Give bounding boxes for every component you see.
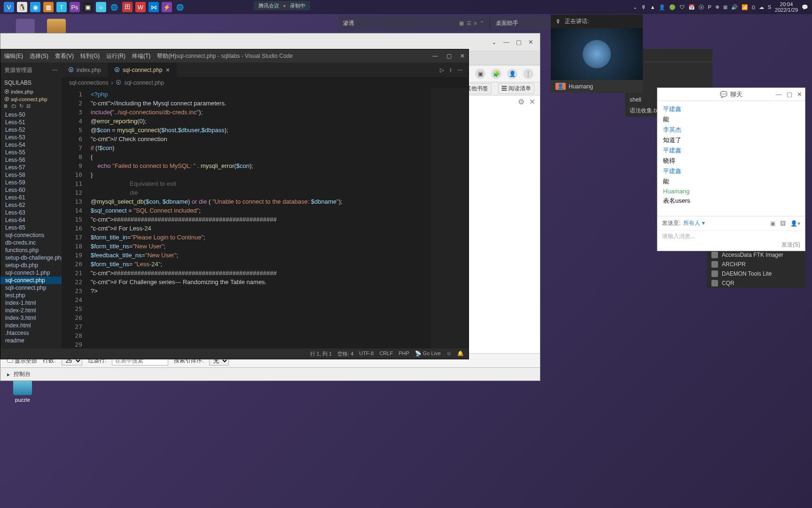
chat-titlebar[interactable]: 💬 聊天 —▢✕: [657, 88, 805, 101]
tray-icon[interactable]: 🎙: [641, 4, 646, 10]
tree-item[interactable]: Less-57: [0, 164, 62, 171]
menu-item[interactable]: 选择(S): [30, 52, 48, 60]
chat-compose-area[interactable]: 请输入消息... 发送(S): [657, 230, 805, 251]
tray-icon[interactable]: ⌄: [633, 4, 637, 10]
screenshot-icon[interactable]: ▣: [770, 220, 775, 227]
breadcrumb-item[interactable]: sql-connect.php: [124, 79, 164, 86]
tree-item[interactable]: Less-60: [0, 186, 62, 194]
more-icon[interactable]: 👤▾: [790, 220, 800, 227]
tray-icon[interactable]: ⊞: [723, 4, 727, 10]
collapse-icon[interactable]: ⊟: [26, 103, 31, 109]
run-icon[interactable]: ▷: [440, 67, 444, 73]
app-list-item[interactable]: ARCHPR: [707, 260, 805, 269]
tool-tab-left[interactable]: 渗透 ▦☰≡⌃: [337, 16, 490, 30]
kebab-menu-icon[interactable]: ⋮: [523, 69, 533, 79]
tree-item[interactable]: Less-64: [0, 216, 62, 224]
tray-icon[interactable]: ☁: [759, 4, 764, 10]
tree-item[interactable]: readme: [0, 337, 62, 344]
settings-gear-icon[interactable]: ⚙: [518, 97, 524, 106]
toolbar-icon[interactable]: ▣: [475, 69, 485, 79]
code-editor[interactable]: <?php"c-cmt">//including the Mysql conne…: [87, 88, 468, 349]
minimize-icon[interactable]: —: [432, 53, 438, 59]
tray-icon[interactable]: 📶: [742, 4, 748, 10]
cursor-position[interactable]: 行 1, 列 1: [310, 350, 332, 357]
tree-item[interactable]: index-2.html: [0, 307, 62, 314]
menu-item[interactable]: 转到(G): [80, 52, 100, 60]
menu-item[interactable]: 编辑(E): [4, 52, 23, 60]
encoding-status[interactable]: UTF-8: [359, 350, 374, 357]
extensions-icon[interactable]: 🧩: [491, 69, 501, 79]
tray-icon[interactable]: ❄: [715, 4, 719, 10]
tray-icon[interactable]: ▲: [650, 4, 655, 10]
tree-item[interactable]: sql-connections: [0, 231, 62, 239]
tree-item[interactable]: index-1.html: [0, 299, 62, 307]
split-editor-icon[interactable]: ⫲: [450, 67, 452, 73]
tree-item[interactable]: Less-53: [0, 134, 62, 141]
explorer-sidebar[interactable]: ⦿ index.php ⦿ sql-connect.php 🗎🗀↻⊟ Less-…: [0, 88, 62, 349]
tree-item[interactable]: Less-61: [0, 194, 62, 201]
tray-icon[interactable]: P: [708, 4, 711, 10]
mic-icon[interactable]: 🎙: [555, 18, 561, 25]
refresh-icon[interactable]: ↻: [19, 103, 23, 109]
chat-send-button[interactable]: 发送(S): [781, 241, 800, 249]
maximize-icon[interactable]: ▢: [787, 91, 792, 98]
new-file-icon[interactable]: 🗎: [3, 103, 8, 109]
menu-item[interactable]: 终端(T): [132, 52, 150, 60]
tray-icon[interactable]: 🛡: [679, 4, 685, 10]
taskbar-app-icon[interactable]: ▣: [83, 2, 93, 12]
tree-item[interactable]: setup-db.php: [0, 262, 62, 269]
tray-icon[interactable]: 🟢: [669, 4, 676, 10]
sendto-dropdown[interactable]: 所有人 ▾: [683, 219, 704, 227]
tree-item[interactable]: sqli-connect.php: [0, 284, 62, 292]
minimize-icon[interactable]: —: [503, 39, 509, 46]
system-clock[interactable]: 20:04 2022/1/29: [775, 1, 798, 13]
taskbar-app-icon[interactable]: ⟐: [96, 2, 106, 12]
app-list-item[interactable]: DAEMON Tools Lite: [707, 269, 805, 278]
editor-tab[interactable]: ⦿index.php: [62, 63, 108, 78]
tree-item[interactable]: setup-db-challenge.php: [0, 254, 62, 262]
reading-list-button[interactable]: ☰ 阅读清单: [498, 83, 534, 94]
taskbar-app-icon[interactable]: 🌐: [175, 2, 185, 12]
tree-item[interactable]: Less-56: [0, 156, 62, 164]
tray-icon[interactable]: ⎙: [752, 4, 755, 10]
taskbar-app-icon[interactable]: Ps: [70, 2, 80, 12]
tree-item[interactable]: index.html: [0, 322, 62, 329]
tree-item[interactable]: Less-58: [0, 171, 62, 179]
menu-item[interactable]: 帮助(H): [157, 52, 176, 60]
taskbar-app-icon[interactable]: T: [56, 2, 67, 12]
editor-tab-active[interactable]: ⦿sql-connect.php ✕: [108, 63, 177, 78]
open-editor-item[interactable]: ⦿ index.php: [4, 89, 33, 95]
feedback-icon[interactable]: ☺: [446, 350, 452, 357]
tree-item[interactable]: index-3.html: [0, 314, 62, 322]
menu-item[interactable]: 运行(R): [106, 52, 125, 60]
tree-item[interactable]: sql-connect.php: [0, 277, 62, 284]
minimize-icon[interactable]: —: [776, 91, 782, 98]
close-icon[interactable]: ✕: [528, 39, 533, 46]
menu-item[interactable]: 查看(V): [55, 52, 74, 60]
taskbar-app-icon[interactable]: ◉: [30, 2, 40, 12]
image-icon[interactable]: 🖼: [780, 220, 786, 227]
taskbar-app-icon[interactable]: ▦: [43, 2, 54, 12]
tree-item[interactable]: Less-63: [0, 209, 62, 216]
tray-icon[interactable]: 👤: [659, 4, 665, 10]
close-icon[interactable]: ✕: [460, 53, 465, 59]
breadcrumb-item[interactable]: sql-connections: [69, 79, 108, 86]
maximize-icon[interactable]: ▢: [446, 53, 452, 59]
taskbar-app-icon[interactable]: 🐧: [17, 2, 27, 12]
tray-icon[interactable]: 🔊: [731, 4, 738, 10]
tree-item[interactable]: Less-50: [0, 111, 62, 119]
browser-titlebar[interactable]: ⌄ — ▢ ✕: [0, 33, 540, 50]
notification-icon[interactable]: 🔔: [457, 350, 464, 357]
more-icon[interactable]: ⋯: [52, 67, 58, 73]
tree-item[interactable]: test.php: [0, 292, 62, 299]
taskbar-app-icon[interactable]: ⚡: [162, 2, 172, 12]
taskbar-app-icon[interactable]: W: [135, 2, 146, 12]
tree-item[interactable]: Less-62: [0, 201, 62, 209]
tree-item[interactable]: functions.php: [0, 246, 62, 254]
indent-status[interactable]: 空格: 4: [337, 350, 353, 357]
tree-item[interactable]: db-creds.inc: [0, 239, 62, 246]
phpmyadmin-console[interactable]: ▸ 控制台: [0, 367, 540, 381]
tree-item[interactable]: Less-65: [0, 224, 62, 231]
tray-icon[interactable]: S: [768, 4, 771, 10]
app-list-item[interactable]: CQR: [707, 278, 805, 288]
